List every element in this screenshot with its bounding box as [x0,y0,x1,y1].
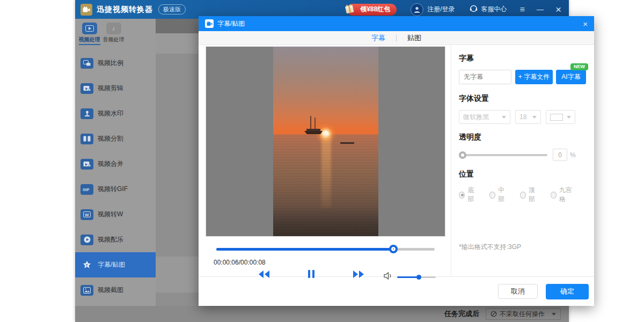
seek-slider[interactable] [216,245,435,253]
app-title: 迅捷视频转换器 [97,5,153,14]
login-group[interactable]: 注册/登录 [411,3,455,16]
radio-icon [459,192,465,199]
preview-column: 00:00:06/00:00:08 [199,45,451,276]
sidebar-tab-video-label: 视频处理 [79,36,100,45]
video-merge-icon [80,159,93,170]
audio-processing-icon: ♪ [106,23,121,34]
radio-icon [551,192,557,199]
position-radio-grid[interactable]: 九宫格 [551,186,576,204]
video-frame-sunset [273,47,378,236]
no-action-icon [491,311,497,317]
svg-text:W: W [85,213,89,217]
window-close-icon[interactable]: × [555,4,561,14]
sidebar-tab-video[interactable]: 视频处理 [77,23,101,45]
sidebar-item-video-to-w[interactable]: W 视频转W [75,202,156,227]
support-label: 客服中心 [481,5,507,14]
chevron-down-icon [552,313,556,316]
seek-thumb[interactable] [389,245,398,253]
sidebar-item-video-music[interactable]: 视频配乐 [75,227,156,252]
screen: 迅捷视频转换器 极速版 领¥88红包 注册/登录 客服中心 [0,0,644,322]
sidebar-item-video-split[interactable]: 视频分割 [75,126,156,151]
format-note: *输出格式不支持:3GP [459,243,521,252]
subtitle-sticker-icon: T [80,260,93,270]
edition-badge: 极速版 [158,4,186,14]
tab-sticker[interactable]: 贴图 [407,33,421,43]
tab-subtitle[interactable]: 字幕 [371,33,385,43]
position-radio-bottom[interactable]: 底部 [459,186,479,204]
dialog-close-icon[interactable]: × [583,20,588,28]
player-controls [199,269,451,288]
pause-button[interactable] [308,269,315,279]
after-task-label: 任务完成后 [444,309,479,319]
font-color-select[interactable] [546,110,575,124]
app-logo-icon [80,4,92,16]
svg-text:T: T [86,264,89,267]
volume-slider[interactable] [397,274,436,280]
color-swatch [550,114,563,121]
caret-down-icon [567,116,571,119]
dialog-title: 字幕/贴图 [217,19,245,28]
sidebar-item-video-clip[interactable]: 视频剪辑 [75,76,156,101]
dialog-logo-icon [205,19,214,28]
fast-forward-button[interactable] [352,270,365,279]
app-window: 迅捷视频转换器 极速版 领¥88红包 注册/登录 客服中心 [75,0,569,322]
after-task-dropdown[interactable]: 不采取任何操作 [486,308,561,320]
sidebar-tab-audio-label: 音频处理 [103,36,125,43]
cancel-button[interactable]: 取消 [498,284,538,299]
menu-icon[interactable]: ≡ [520,5,525,14]
opacity-thumb[interactable] [459,151,466,159]
sidebar-item-subtitle-sticker[interactable]: T 字幕/贴图 [75,252,156,277]
opacity-slider[interactable] [459,151,547,159]
ok-button[interactable]: 确定 [546,284,589,299]
caret-down-icon [532,116,537,119]
video-to-w-icon: W [80,209,93,220]
font-family-select[interactable]: 微软雅黑 [459,110,510,124]
position-radio-middle[interactable]: 中部 [489,186,509,204]
dialog-header: 字幕/贴图 × [199,16,594,31]
after-task-value: 不采取任何操作 [500,310,552,319]
subtitle-input[interactable] [459,70,511,84]
avatar-icon [411,3,423,16]
opacity-heading: 透明度 [459,133,587,142]
subtitle-heading: 字幕 [459,54,587,63]
sidebar-item-video-to-gif[interactable]: GIF 视频转GIF [75,177,156,202]
rewind-button[interactable] [258,270,270,279]
sidebar-item-video-ratio[interactable]: 视频比例 [75,50,156,76]
sailboat-silhouette [302,115,327,140]
position-radio-top[interactable]: 顶部 [520,186,540,204]
opacity-value[interactable]: 0 [553,149,567,161]
dialog-tabs: 字幕 贴图 [199,31,594,45]
minimize-icon[interactable]: — [537,6,544,13]
caret-down-icon [502,116,506,119]
subtitle-file-button[interactable]: + 字幕文件 [515,70,553,84]
video-to-gif-icon: GIF [80,184,93,195]
video-split-icon [80,134,93,144]
video-screenshot-icon [80,285,93,296]
status-bar: 任务完成后 不采取任何操作 [75,306,569,322]
opacity-unit: % [570,151,576,159]
video-music-icon [80,235,93,245]
ai-subtitle-button[interactable]: AI字幕 [556,70,586,84]
subtitle-settings-panel: 字幕 + 字幕文件 AI字幕 NEW 字体设置 微软雅黑 [451,45,594,276]
radio-icon [489,192,495,199]
subtitle-dialog: 字幕/贴图 × 字幕 贴图 [199,16,594,306]
tab-divider [396,34,397,42]
volume-icon[interactable] [383,272,393,282]
sidebar-item-video-watermark[interactable]: 视频水印 [75,101,156,126]
video-clip-icon [80,83,93,94]
distant-boat [340,142,354,144]
sidebar: 视频处理 ♪ 音频处理 视频比例 视频剪辑 [75,19,156,306]
sidebar-item-video-screenshot[interactable]: 视频截图 [75,277,156,303]
timecode: 00:00:06/00:00:08 [214,259,266,266]
svg-text:GIF: GIF [83,187,90,192]
sidebar-tab-audio[interactable]: ♪ 音频处理 [101,23,126,45]
support-group[interactable]: 客服中心 [469,4,507,15]
font-size-select[interactable]: 18 [515,110,541,124]
video-watermark-icon [80,108,93,119]
sidebar-item-video-merge[interactable]: 视频合并 [75,151,156,177]
new-badge: NEW [570,63,588,70]
volume-thumb[interactable] [416,275,421,280]
radio-icon [520,192,526,199]
promo-button[interactable]: 领¥88红包 [347,4,397,16]
promo-label: 领¥88红包 [360,5,390,14]
